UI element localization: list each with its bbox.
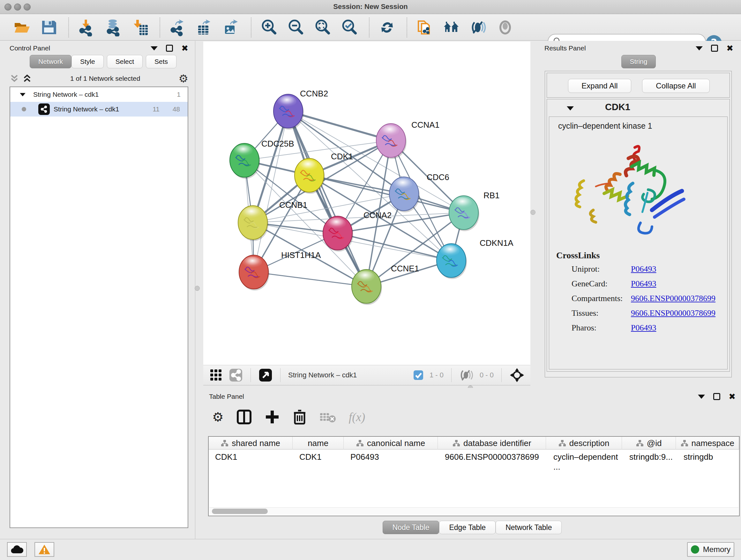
table-cell[interactable]: P06493 (344, 452, 439, 463)
edge[interactable] (288, 111, 366, 287)
node-label-RB1: RB1 (483, 191, 500, 200)
show-columns-icon[interactable] (237, 409, 252, 425)
memory-button[interactable]: Memory (687, 542, 734, 557)
export-image-icon[interactable] (222, 18, 241, 37)
table-cell[interactable]: cyclin–dependent ... (547, 452, 623, 463)
network-row-selected[interactable]: String Network – cdk1 11 48 (10, 102, 188, 117)
birds-eye-toggle-icon[interactable] (509, 368, 525, 383)
tab-select[interactable]: Select (107, 55, 143, 68)
tab-node-table[interactable]: Node Table (383, 521, 440, 534)
table-cell[interactable]: stringdb (677, 452, 740, 463)
column-header-canonical-name[interactable]: canonical name (344, 437, 438, 449)
delete-column-icon[interactable] (293, 409, 307, 425)
edge[interactable] (254, 272, 366, 287)
network-options-gear-icon[interactable]: ⚙ (179, 72, 188, 85)
export-table-icon[interactable] (195, 18, 214, 37)
tab-edge-table[interactable]: Edge Table (439, 521, 495, 534)
collection-expand-icon[interactable] (20, 93, 25, 96)
table-cell[interactable]: CDK1 (209, 452, 293, 463)
save-session-icon[interactable] (40, 18, 58, 37)
open-session-icon[interactable] (13, 18, 31, 37)
column-header-shared-name[interactable]: shared name (209, 437, 293, 449)
function-builder-icon[interactable]: f(x) (349, 410, 365, 424)
control-panel-close-icon[interactable]: ✖ (181, 44, 188, 52)
cloud-status-button[interactable] (7, 542, 27, 557)
tab-style[interactable]: Style (71, 55, 104, 68)
table-panel-float-icon[interactable] (713, 393, 720, 400)
hidden-eye-slash-icon[interactable] (459, 369, 474, 381)
crosslink-value-link[interactable]: 9606.ENSP00000378699 (631, 308, 716, 318)
table-cell[interactable]: 9606.ENSP00000378699 (439, 452, 547, 463)
warnings-button[interactable] (35, 542, 54, 557)
vertical-splitter-handle[interactable] (530, 210, 536, 215)
expand-all-icon[interactable] (22, 74, 32, 83)
zoom-out-icon[interactable] (286, 18, 305, 37)
node-CDC6[interactable] (389, 177, 420, 212)
column-header-description[interactable]: description (546, 437, 622, 449)
column-header-name[interactable]: name (293, 437, 344, 449)
tab-network-table[interactable]: Network Table (495, 521, 562, 534)
column-header-database-identifier[interactable]: database identifier (438, 437, 546, 449)
control-panel-menu-icon[interactable] (151, 46, 158, 51)
node-CCNA1[interactable] (376, 124, 407, 159)
table-horizontal-scrollbar[interactable] (209, 507, 738, 515)
import-network-from-database-icon[interactable] (104, 18, 123, 37)
network-canvas[interactable]: CCNB2CCNA1CDC25BCDK1CDC6RB1CCNB1CCNA2CDK… (203, 42, 530, 365)
import-network-from-file-icon[interactable] (77, 18, 96, 37)
table-options-gear-icon[interactable]: ⚙ (212, 410, 224, 424)
results-panel-menu-icon[interactable] (696, 46, 703, 51)
node-HIST1H1A[interactable] (239, 255, 269, 291)
network-overview-icon[interactable] (229, 368, 243, 382)
first-neighbors-icon[interactable] (442, 18, 461, 37)
column-type-icon (681, 440, 688, 447)
zoom-in-icon[interactable] (260, 18, 278, 37)
collapse-all-button[interactable]: Collapse All (642, 79, 710, 93)
tab-network[interactable]: Network (30, 55, 71, 68)
hide-selected-icon[interactable] (469, 18, 488, 37)
tab-string[interactable]: String (621, 55, 656, 68)
detach-view-icon[interactable] (259, 368, 273, 382)
collapse-all-icon[interactable] (10, 74, 19, 83)
node-CCNB1[interactable] (238, 206, 268, 241)
node-CDK1[interactable] (294, 159, 325, 194)
crosslink-value-link[interactable]: 9606.ENSP00000378699 (631, 294, 716, 303)
zoom-selected-icon[interactable] (340, 18, 359, 37)
gene-entry-collapse-icon[interactable] (567, 106, 574, 111)
results-panel-close-icon[interactable]: ✖ (726, 44, 733, 52)
network-collection-row[interactable]: String Network – cdk1 1 (10, 87, 188, 102)
crosslink-value-link[interactable]: P06493 (631, 279, 656, 289)
node-label-CCNA2: CCNA2 (363, 210, 392, 220)
table-panel-menu-icon[interactable] (698, 395, 705, 399)
table-cell[interactable]: CDK1 (293, 452, 344, 463)
crosslink-value-link[interactable]: P06493 (631, 323, 656, 333)
crosslink-label: Uniprot: (571, 264, 631, 274)
table-cell[interactable]: stringdb:9... (623, 452, 677, 463)
column-header--id[interactable]: @id (622, 437, 676, 449)
selected-checkbox-icon[interactable] (413, 370, 424, 381)
column-header-namespace[interactable]: namespace (676, 437, 739, 449)
left-splitter-handle[interactable] (195, 286, 200, 291)
export-network-icon[interactable] (169, 18, 187, 37)
clone-network-icon[interactable] (415, 18, 434, 37)
zoom-fit-icon[interactable] (313, 18, 332, 37)
control-panel-float-icon[interactable] (166, 45, 173, 52)
import-table-from-file-icon[interactable] (131, 18, 149, 37)
node-CDC25B[interactable] (230, 143, 260, 179)
refresh-icon[interactable] (378, 18, 396, 37)
node-CCNB2[interactable] (273, 94, 304, 130)
tab-sets[interactable]: Sets (146, 55, 177, 68)
scrollbar-thumb[interactable] (212, 509, 268, 514)
show-all-icon[interactable] (496, 18, 515, 37)
node-label-CDK1: CDK1 (331, 152, 353, 161)
grid-view-icon[interactable] (209, 368, 223, 382)
node-CCNE1[interactable] (352, 269, 382, 305)
add-column-icon[interactable] (265, 409, 280, 425)
node-RB1[interactable] (449, 196, 479, 231)
table-panel-close-icon[interactable]: ✖ (729, 392, 736, 401)
expand-all-button[interactable]: Expand All (568, 79, 631, 93)
edge[interactable] (254, 111, 288, 272)
delete-table-icon[interactable] (320, 411, 336, 423)
node-CDKN1A[interactable] (436, 244, 467, 279)
results-panel-float-icon[interactable] (711, 45, 718, 52)
crosslink-value-link[interactable]: P06493 (631, 264, 656, 274)
